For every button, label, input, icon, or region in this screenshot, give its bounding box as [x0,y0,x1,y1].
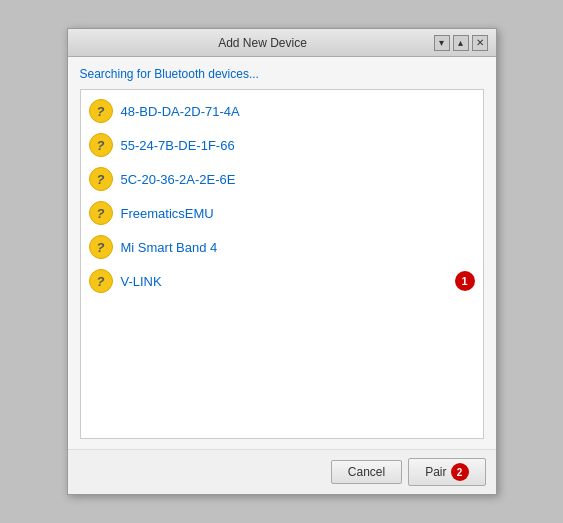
device-unknown-icon: ? [89,201,113,225]
device-unknown-icon: ? [89,99,113,123]
cancel-button[interactable]: Cancel [331,460,402,484]
device-unknown-icon: ? [89,167,113,191]
title-bar-controls: ▾ ▴ ✕ [434,35,488,51]
list-item[interactable]: ?Mi Smart Band 4 [81,230,483,264]
list-item[interactable]: ?5C-20-36-2A-2E-6E [81,162,483,196]
pair-button[interactable]: Pair 2 [408,458,485,486]
device-name: Mi Smart Band 4 [121,240,475,255]
close-button[interactable]: ✕ [472,35,488,51]
device-list: ?48-BD-DA-2D-71-4A?55-24-7B-DE-1F-66?5C-… [80,89,484,439]
device-unknown-icon: ? [89,269,113,293]
device-unknown-icon: ? [89,235,113,259]
device-name: 55-24-7B-DE-1F-66 [121,138,475,153]
add-new-device-dialog: Add New Device ▾ ▴ ✕ Searching for Bluet… [67,28,497,495]
list-item[interactable]: ? FreematicsEMU [81,196,483,230]
list-item[interactable]: ?48-BD-DA-2D-71-4A [81,94,483,128]
list-item[interactable]: ?55-24-7B-DE-1F-66 [81,128,483,162]
device-name: 48-BD-DA-2D-71-4A [121,104,475,119]
title-bar: Add New Device ▾ ▴ ✕ [68,29,496,57]
maximize-button[interactable]: ▴ [453,35,469,51]
list-item[interactable]: ?V-LINK1 [81,264,483,298]
dialog-footer: Cancel Pair 2 [68,449,496,494]
device-name: V-LINK [121,274,447,289]
minimize-button[interactable]: ▾ [434,35,450,51]
device-name: 5C-20-36-2A-2E-6E [121,172,475,187]
pair-button-label: Pair [425,465,446,479]
pair-badge: 2 [451,463,469,481]
device-unknown-icon: ? [89,133,113,157]
device-name: FreematicsEMU [121,206,475,221]
dialog-title: Add New Device [92,36,434,50]
search-status: Searching for Bluetooth devices... [80,67,484,81]
device-badge: 1 [455,271,475,291]
dialog-content: Searching for Bluetooth devices... ?48-B… [68,57,496,449]
